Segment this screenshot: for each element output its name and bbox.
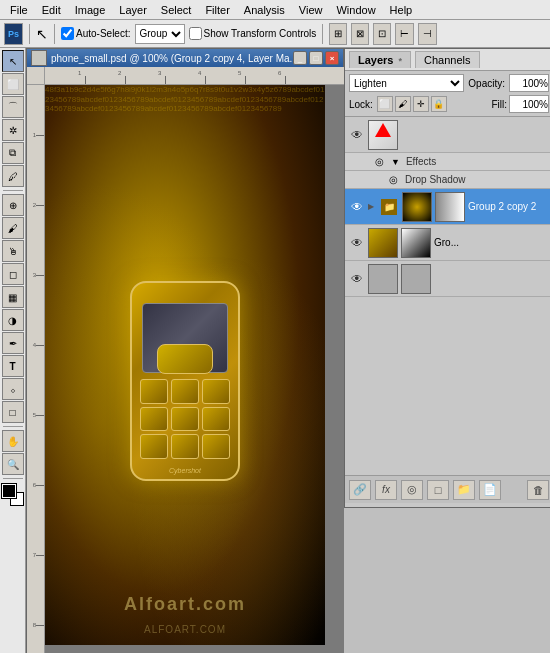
- key-2: [171, 379, 199, 404]
- layers-asterisk: *: [399, 56, 403, 66]
- menu-window[interactable]: Window: [330, 2, 381, 18]
- thumb-mask-gray: [436, 193, 464, 221]
- toolbox: ↖ ⬜ ⌒ ✲ ⧉ 🖊 ⊕ 🖌 🖱 ◻ ▦ ◑ ✒ T ⬦ □ ✋ 🔍: [0, 48, 26, 653]
- thumb-gray-1: [369, 265, 397, 293]
- new-layer-button[interactable]: 📄: [479, 480, 501, 500]
- layers-panel: Layers * Channels Lighten Normal Multipl…: [344, 48, 550, 508]
- lock-all-btn[interactable]: 🔒: [431, 96, 447, 112]
- layer-3-info: Gro...: [434, 237, 549, 248]
- color-picker[interactable]: [2, 484, 24, 506]
- thumb-dark-glow: [403, 193, 431, 221]
- menu-file[interactable]: File: [4, 2, 34, 18]
- lock-fill-row: Lock: ⬜ 🖌 ✛ 🔒 Fill:: [349, 95, 549, 113]
- document-title: phone_small.psd @ 100% (Group 2 copy 4, …: [51, 53, 293, 64]
- align-center-btn[interactable]: ⊠: [351, 23, 369, 45]
- layer-row-group2copy2[interactable]: 👁 ▶ 📁 Group 2 copy 2: [345, 189, 550, 225]
- h-tick-2: [125, 76, 126, 84]
- layer-row-3[interactable]: 👁 Gro...: [345, 225, 550, 261]
- v-tick-5: [36, 415, 44, 416]
- distribute2-btn[interactable]: ⊣: [418, 23, 437, 45]
- tool-zoom[interactable]: 🔍: [2, 453, 24, 475]
- align-right-btn[interactable]: ⊡: [373, 23, 391, 45]
- minimize-button[interactable]: _: [293, 51, 307, 65]
- tool-heal[interactable]: ⊕: [2, 194, 24, 216]
- right-panel: [344, 508, 550, 653]
- tool-lasso[interactable]: ⌒: [2, 96, 24, 118]
- tool-brush[interactable]: 🖌: [2, 217, 24, 239]
- tool-crop[interactable]: ⧉: [2, 142, 24, 164]
- layer-3-visibility[interactable]: 👁: [349, 235, 365, 251]
- tool-sep-1: [3, 190, 23, 191]
- maximize-button[interactable]: □: [309, 51, 323, 65]
- phone-image: 48f3a1b9c2d4e5f6g7h8i9j0k1l2m3n4o5p6q7r8…: [45, 85, 325, 645]
- auto-select-label: Auto-Select:: [61, 27, 130, 40]
- tool-stamp[interactable]: 🖱: [2, 240, 24, 262]
- auto-select-dropdown[interactable]: Group Layer: [135, 24, 185, 44]
- menu-bar: File Edit Image Layer Select Filter Anal…: [0, 0, 550, 20]
- menu-select[interactable]: Select: [155, 2, 198, 18]
- toolbar-divider-2: [54, 24, 55, 44]
- lock-transparent-btn[interactable]: ⬜: [377, 96, 393, 112]
- thumb-phone-mask: [402, 229, 430, 257]
- tool-text[interactable]: T: [2, 355, 24, 377]
- auto-select-checkbox[interactable]: [61, 27, 74, 40]
- v-tick-6: [36, 485, 44, 486]
- blend-mode-select[interactable]: Lighten Normal Multiply Screen Overlay: [349, 74, 464, 92]
- tool-pen[interactable]: ✒: [2, 332, 24, 354]
- delete-layer-button[interactable]: 🗑: [527, 480, 549, 500]
- fx-button[interactable]: fx: [375, 480, 397, 500]
- channels-tab[interactable]: Channels: [415, 51, 479, 68]
- menu-image[interactable]: Image: [69, 2, 112, 18]
- adjustment-button[interactable]: ◎: [401, 480, 423, 500]
- show-transform-checkbox[interactable]: [189, 27, 202, 40]
- foreground-color[interactable]: [2, 484, 16, 498]
- tool-shape[interactable]: □: [2, 401, 24, 423]
- layers-tab[interactable]: Layers *: [349, 51, 411, 68]
- menu-help[interactable]: Help: [384, 2, 419, 18]
- h-tick-5: [245, 76, 246, 84]
- tool-eyedropper[interactable]: 🖊: [2, 165, 24, 187]
- layer-4-visibility[interactable]: 👁: [349, 271, 365, 287]
- lock-image-btn[interactable]: 🖌: [395, 96, 411, 112]
- tool-hand[interactable]: ✋: [2, 430, 24, 452]
- tool-move[interactable]: ↖: [2, 50, 24, 72]
- lock-position-btn[interactable]: ✛: [413, 96, 429, 112]
- tool-magic-wand[interactable]: ✲: [2, 119, 24, 141]
- main-area: ↖ ⬜ ⌒ ✲ ⧉ 🖊 ⊕ 🖌 🖱 ◻ ▦ ◑ ✒ T ⬦ □ ✋ 🔍 pho: [0, 48, 550, 653]
- drop-shadow-row: ◎ Drop Shadow: [345, 171, 550, 189]
- tool-eraser[interactable]: ◻: [2, 263, 24, 285]
- effects-eye[interactable]: ◎: [375, 156, 387, 167]
- opacity-input[interactable]: [509, 74, 549, 92]
- effects-triangle[interactable]: ▼: [391, 157, 400, 167]
- close-button[interactable]: ×: [325, 51, 339, 65]
- tool-dodge[interactable]: ◑: [2, 309, 24, 331]
- tool-path-select[interactable]: ⬦: [2, 378, 24, 400]
- key-3: [202, 379, 230, 404]
- drop-shadow-eye[interactable]: ◎: [389, 174, 401, 185]
- menu-view[interactable]: View: [293, 2, 329, 18]
- group-button[interactable]: 📁: [453, 480, 475, 500]
- v-tick-1: [36, 135, 44, 136]
- layer-2-expand[interactable]: ▶: [368, 202, 378, 211]
- distribute-btn[interactable]: ⊢: [395, 23, 414, 45]
- layer-1-visibility[interactable]: 👁: [349, 127, 365, 143]
- menu-edit[interactable]: Edit: [36, 2, 67, 18]
- align-left-btn[interactable]: ⊞: [329, 23, 347, 45]
- layer-2-visibility[interactable]: 👁: [349, 199, 365, 215]
- menu-layer[interactable]: Layer: [113, 2, 153, 18]
- fill-input[interactable]: [509, 95, 549, 113]
- window-buttons: _ □ ×: [293, 51, 339, 65]
- menu-analysis[interactable]: Analysis: [238, 2, 291, 18]
- layer-row-1[interactable]: 👁: [345, 117, 550, 153]
- layer-4-thumbnail: [368, 264, 398, 294]
- layer-3-thumbnail: [368, 228, 398, 258]
- phone-nav: [157, 344, 213, 374]
- tool-gradient[interactable]: ▦: [2, 286, 24, 308]
- tool-marquee[interactable]: ⬜: [2, 73, 24, 95]
- mask-button[interactable]: □: [427, 480, 449, 500]
- layer-3-name: Gro...: [434, 237, 549, 248]
- menu-filter[interactable]: Filter: [199, 2, 235, 18]
- link-button[interactable]: 🔗: [349, 480, 371, 500]
- layer-row-4[interactable]: 👁: [345, 261, 550, 297]
- h-tick-6: [285, 76, 286, 84]
